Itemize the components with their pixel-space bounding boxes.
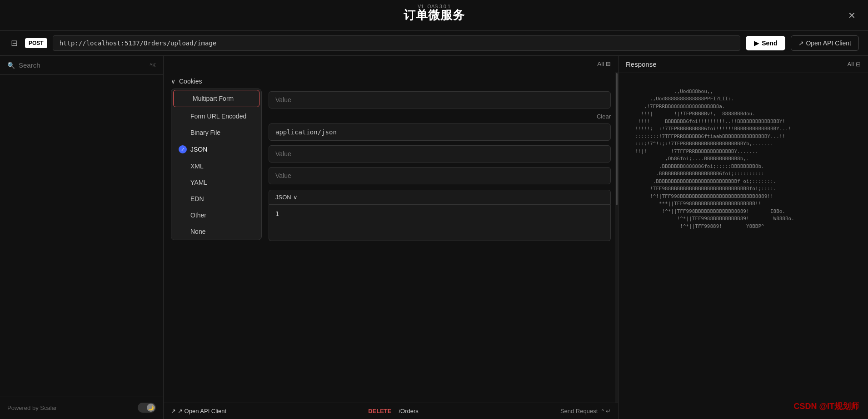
version-v: V1 — [418, 4, 424, 9]
sidebar-toggle-button[interactable]: ⊟ — [9, 36, 20, 50]
all-filter-button[interactable]: All ⊟ — [598, 60, 611, 67]
dropdown-item-xml[interactable]: XML — [171, 158, 261, 174]
cookies-label: Cookies — [179, 78, 202, 85]
close-button[interactable]: ✕ — [844, 8, 859, 23]
powered-by-label: Powered by Scalar — [7, 404, 57, 411]
endpoint-path-label: /Orders — [399, 408, 418, 414]
filter-icon: ⊟ — [606, 60, 611, 67]
yaml-label: YAML — [190, 179, 207, 186]
send-label: Send — [762, 39, 777, 47]
dropdown-item-multipart-form[interactable]: Multipart Form — [173, 90, 259, 107]
left-sidebar: 🔍 ^K Powered by Scalar 🌙 — [0, 56, 164, 419]
dropdown-item-form-url-encoded[interactable]: Form URL Encoded — [171, 108, 261, 124]
center-panel-body: ∨ Cookies Multipart Form Form URL Encode… — [164, 72, 618, 403]
search-shortcut: ^K — [150, 62, 156, 69]
none-label: None — [190, 228, 205, 235]
toggle-knob: 🌙 — [147, 404, 155, 412]
dropdown-item-none[interactable]: None — [171, 223, 261, 240]
search-input[interactable] — [19, 61, 146, 69]
edn-label: EDN — [190, 195, 204, 202]
body-type-dropdown: Multipart Form Form URL Encoded Binary F… — [171, 89, 611, 240]
response-body: .,Uod888bou,, .,Uod8888888888888PPFI?LII… — [619, 73, 868, 419]
send-icon: ▶ — [754, 39, 759, 47]
powered-by-bar: Powered by Scalar 🌙 — [0, 396, 163, 419]
app-title: 订单微服务 — [404, 7, 465, 23]
vertical-scrollbar[interactable] — [615, 72, 618, 403]
multipart-form-label: Multipart Form — [193, 95, 234, 102]
sidebar-toggle-icon: ⊟ — [11, 39, 18, 48]
scroll-thumb — [616, 73, 618, 205]
version-info: V1 OAS 3.0.1 — [418, 4, 450, 9]
http-method-badge: POST — [25, 38, 47, 48]
open-api-bottom-icon: ↗ — [171, 408, 176, 414]
moon-icon: 🌙 — [148, 405, 154, 410]
toolbar: ⊟ POST ▶ Send ↗ Open API Client — [0, 31, 868, 56]
open-api-bottom-button[interactable]: ↗ ↗ Open API Client — [171, 408, 226, 414]
send-button[interactable]: ▶ Send — [746, 36, 785, 50]
send-request-label: Send Request — [560, 408, 598, 414]
dropdown-item-yaml[interactable]: YAML — [171, 174, 261, 191]
main-layout: 🔍 ^K Powered by Scalar 🌙 All ⊟ ∨ — [0, 56, 868, 419]
csdn-watermark: CSDN @IT规划师 — [793, 401, 859, 412]
open-api-client-button[interactable]: ↗ Open API Client — [791, 35, 859, 51]
url-input[interactable] — [53, 35, 741, 51]
dropdown-item-edn[interactable]: EDN — [171, 191, 261, 207]
all-label: All — [598, 60, 604, 67]
chevron-down-icon: ∨ — [171, 78, 175, 85]
sidebar-content — [0, 75, 163, 396]
top-bar: V1 OAS 3.0.1 订单微服务 ✕ — [0, 0, 868, 31]
right-panel-header: Response All ⊟ — [619, 56, 868, 73]
binary-file-label: Binary File — [190, 129, 220, 136]
right-all-label: All — [848, 61, 854, 68]
xml-label: XML — [190, 163, 204, 170]
search-bar: 🔍 ^K — [0, 56, 163, 75]
dropdown-item-json[interactable]: ✓ JSON — [171, 141, 261, 158]
open-api-icon: ↗ — [798, 39, 806, 47]
center-panel-header: All ⊟ — [164, 56, 618, 72]
search-icon: 🔍 — [7, 62, 15, 69]
dropdown-menu: Multipart Form Form URL Encoded Binary F… — [171, 89, 262, 240]
keyboard-shortcut-label: ^ ↵ — [601, 408, 611, 414]
right-filter-icon: ⊟ — [856, 61, 861, 68]
response-title: Response — [626, 60, 657, 68]
other-label: Other — [190, 212, 206, 219]
json-label: JSON — [190, 146, 207, 153]
right-all-filter-button[interactable]: All ⊟ — [848, 61, 861, 68]
center-bottom-bar: ↗ ↗ Open API Client DELETE /Orders Send … — [164, 403, 618, 419]
dropdown-item-other[interactable]: Other — [171, 207, 261, 223]
cookies-section-header[interactable]: ∨ Cookies — [171, 78, 611, 85]
right-panel: Response All ⊟ .,Uod888bou,, .,Uod888888… — [618, 56, 868, 419]
delete-method-label: DELETE — [368, 408, 391, 414]
version-spec: OAS 3.0.1 — [427, 4, 450, 9]
center-panel: All ⊟ ∨ Cookies Multipart Form — [164, 56, 618, 419]
check-icon-json: ✓ — [179, 145, 187, 153]
form-url-encoded-label: Form URL Encoded — [190, 113, 246, 120]
theme-toggle[interactable]: 🌙 — [138, 403, 156, 413]
dropdown-item-binary-file[interactable]: Binary File — [171, 124, 261, 141]
